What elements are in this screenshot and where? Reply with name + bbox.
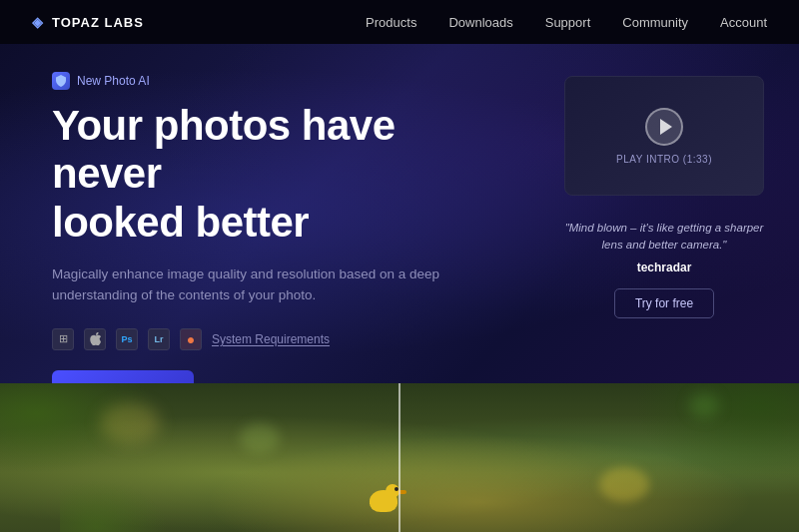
bokeh-4 [689, 393, 719, 418]
hero-left: New Photo AI Your photos have never look… [0, 44, 539, 383]
logo-icon: ◈ [32, 14, 44, 30]
logo-text: TOPAZ LABS [52, 15, 144, 30]
system-requirements-link[interactable]: System Requirements [212, 332, 330, 346]
logo: ◈ TOPAZ LABS [32, 14, 144, 30]
badge-shield-icon [52, 72, 70, 90]
lightroom-icon: Lr [148, 328, 170, 350]
buy-button[interactable]: Buy for $199 [52, 370, 194, 383]
apple-icon [84, 328, 106, 350]
hero-title-line1: Your photos have never [52, 102, 396, 197]
testimonial-source: techradar [564, 261, 764, 274]
nav-account[interactable]: Account [720, 15, 767, 30]
photoshop-icon: Ps [116, 328, 138, 350]
other-icon: ● [180, 328, 202, 350]
try-free-button[interactable]: Try for free [614, 288, 714, 318]
bird [370, 490, 398, 512]
windows-icon: ⊞ [52, 328, 74, 350]
comparison-divider [399, 383, 400, 532]
hero-title: Your photos have never looked better [52, 102, 507, 247]
hero-section: New Photo AI Your photos have never look… [0, 44, 799, 383]
play-label: PLAY INTRO (1:33) [616, 154, 712, 165]
foliage-bottom [60, 472, 180, 532]
hero-right: PLAY INTRO (1:33) "Mind blown – it's lik… [539, 44, 799, 338]
bird-body [370, 490, 398, 512]
bokeh-1 [100, 403, 160, 443]
photo-comparison-section [0, 383, 799, 532]
hero-description: Magically enhance image quality and reso… [52, 265, 451, 306]
platform-icons-row: ⊞ Ps Lr ● System Requirements [52, 328, 507, 350]
badge-label: New Photo AI [77, 74, 150, 88]
nav-products[interactable]: Products [366, 15, 416, 30]
video-preview[interactable]: PLAY INTRO (1:33) [564, 76, 764, 196]
testimonial: "Mind blown – it's like getting a sharpe… [564, 220, 764, 274]
navigation: ◈ TOPAZ LABS Products Downloads Support … [0, 0, 799, 44]
nav-community[interactable]: Community [622, 15, 688, 30]
photo-background [0, 383, 799, 532]
nav-links: Products Downloads Support Community Acc… [366, 15, 767, 30]
bird-head [386, 484, 400, 498]
product-badge: New Photo AI [52, 72, 507, 90]
bokeh-3 [599, 467, 649, 502]
play-icon [660, 119, 672, 135]
nav-downloads[interactable]: Downloads [448, 15, 512, 30]
hero-title-line2: looked better [52, 199, 309, 246]
bokeh-2 [240, 423, 280, 453]
nav-support[interactable]: Support [545, 15, 591, 30]
play-button[interactable] [645, 108, 683, 146]
testimonial-quote: "Mind blown – it's like getting a sharpe… [564, 220, 764, 255]
